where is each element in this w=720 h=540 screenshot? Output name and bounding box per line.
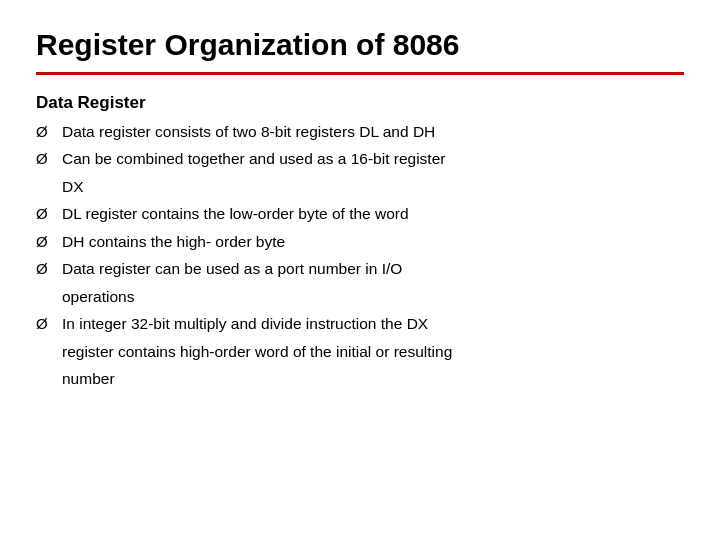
bullet-continuation-6a: register contains high-order word of the… bbox=[36, 341, 684, 363]
bullet-text-2: Can be combined together and used as a 1… bbox=[62, 148, 684, 170]
bullet-text-3: DL register contains the low-order byte … bbox=[62, 203, 684, 225]
list-item: Ø In integer 32-bit multiply and divide … bbox=[36, 313, 684, 335]
bullet-text-6: In integer 32-bit multiply and divide in… bbox=[62, 313, 684, 335]
bullet-continuation-6b: number bbox=[36, 368, 684, 390]
bullet-arrow-4: Ø bbox=[36, 231, 58, 253]
slide-container: Register Organization of 8086 Data Regis… bbox=[0, 0, 720, 540]
bullet-arrow-3: Ø bbox=[36, 203, 58, 225]
list-item: Ø DL register contains the low-order byt… bbox=[36, 203, 684, 225]
bullet-text-4: DH contains the high- order byte bbox=[62, 231, 684, 253]
bullet-text-1: Data register consists of two 8-bit regi… bbox=[62, 121, 684, 143]
list-item: Ø Data register can be used as a port nu… bbox=[36, 258, 684, 280]
list-item: Ø DH contains the high- order byte bbox=[36, 231, 684, 253]
bullet-continuation-2: DX bbox=[36, 176, 684, 198]
section-heading: Data Register bbox=[36, 93, 684, 113]
bullet-arrow-2: Ø bbox=[36, 148, 58, 170]
bullet-arrow-1: Ø bbox=[36, 121, 58, 143]
list-item: Ø Can be combined together and used as a… bbox=[36, 148, 684, 170]
bullet-text-5: Data register can be used as a port numb… bbox=[62, 258, 684, 280]
title-divider bbox=[36, 72, 684, 75]
bullet-list: Ø Data register consists of two 8-bit re… bbox=[36, 121, 684, 391]
bullet-arrow-6: Ø bbox=[36, 313, 58, 335]
slide-title: Register Organization of 8086 bbox=[36, 28, 684, 62]
list-item: Ø Data register consists of two 8-bit re… bbox=[36, 121, 684, 143]
bullet-arrow-5: Ø bbox=[36, 258, 58, 280]
bullet-continuation-5: operations bbox=[36, 286, 684, 308]
